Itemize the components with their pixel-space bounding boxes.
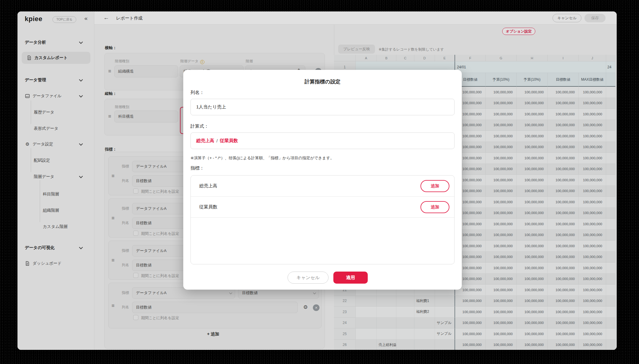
modal-apply-button[interactable]: 適用 [333, 272, 368, 284]
screenshot-stage: kpiee TOPに戻る « データ分析カスタムレポートデータ管理データファイル… [0, 0, 639, 364]
col-name-input[interactable]: 1人当たり売上 [190, 99, 455, 115]
add-indicator-to-formula-button[interactable]: 追加 [420, 201, 449, 213]
indicator-list-item: 総売上高 追加 [191, 176, 454, 197]
formula-left: 総売上高 [196, 138, 214, 144]
indicator-list: 総売上高 追加 従業員数 追加 [190, 175, 455, 264]
formula-note: ※演算子（+ - * /^）、括弧()による計算順、「指標」から項目の指定ができ… [190, 155, 334, 161]
app-window: kpiee TOPに戻る « データ分析カスタムレポートデータ管理データファイル… [17, 11, 617, 350]
col-name-label: 列名： [190, 90, 204, 95]
indicator-name: 総売上高 [199, 183, 217, 189]
formula-operator: / [216, 138, 218, 143]
calc-indicator-modal: 計算指標の設定 列名： 1人当たり売上 計算式： 総売上高 / 従業員数 ※演算… [183, 70, 462, 290]
modal-indicators-label: 指標： [190, 165, 204, 171]
formula-label: 計算式： [190, 123, 209, 129]
add-indicator-to-formula-button[interactable]: 追加 [420, 180, 449, 192]
formula-input[interactable]: 総売上高 / 従業員数 [190, 132, 455, 149]
indicator-name: 従業員数 [199, 204, 217, 210]
modal-cancel-button[interactable]: キャンセル [288, 272, 329, 284]
modal-title: 計算指標の設定 [183, 78, 462, 85]
formula-right: 従業員数 [220, 138, 238, 144]
indicator-list-item: 従業員数 追加 [191, 197, 454, 218]
